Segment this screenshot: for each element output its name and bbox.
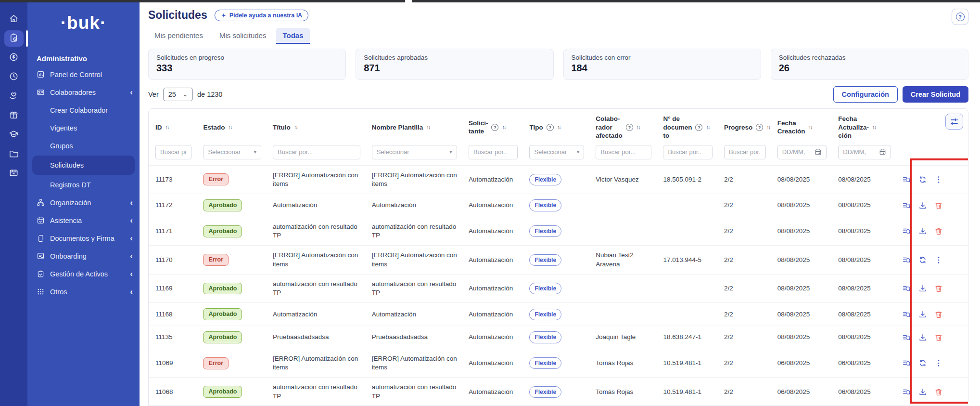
table-row[interactable]: 11171 Aprobado automatización con result…: [149, 217, 968, 245]
tab-mis-pendientes[interactable]: Mis pendientes: [148, 28, 209, 44]
sidebar-item-vigentes[interactable]: Vigentes: [27, 119, 140, 137]
download-icon[interactable]: [918, 333, 927, 342]
rail-item-training[interactable]: [4, 127, 24, 143]
help-icon[interactable]: ?: [626, 124, 633, 131]
kebab-menu-icon[interactable]: [934, 256, 943, 264]
filter-titulo-input[interactable]: [273, 145, 360, 159]
filter-tipo-select[interactable]: Seleccionar▾: [529, 145, 584, 159]
chevron-collapse-icon[interactable]: ‹: [130, 252, 133, 260]
sidebar-item-gestion-de-activos[interactable]: Gestión de Activos ‹: [27, 265, 140, 283]
sidebar-item-otros[interactable]: Otros ‹: [27, 283, 140, 301]
sort-icon[interactable]: ↑↓: [636, 124, 640, 130]
refresh-icon[interactable]: [918, 175, 927, 184]
search-list-icon[interactable]: [903, 284, 911, 293]
filter-colaborador-input[interactable]: [596, 145, 651, 159]
sort-icon[interactable]: ↑↓: [165, 124, 169, 130]
sidebar-item-asistencia[interactable]: Asistencia ‹: [27, 211, 140, 229]
tab-mis-solicitudes[interactable]: Mis solicitudes: [213, 28, 273, 44]
sort-icon[interactable]: ↑↓: [872, 124, 876, 130]
help-button[interactable]: ?: [952, 9, 968, 25]
filter-fecha-creacion-input[interactable]: DD/MM,: [777, 145, 827, 159]
sort-icon[interactable]: ↑↓: [426, 124, 430, 130]
search-list-icon[interactable]: [903, 201, 911, 210]
configuracion-button[interactable]: Configuración: [833, 86, 898, 103]
chevron-collapse-icon[interactable]: ‹: [130, 88, 133, 96]
sort-icon[interactable]: ↑↓: [502, 124, 505, 130]
sidebar-item-onboarding[interactable]: Onboarding ‹: [27, 247, 140, 265]
trash-icon[interactable]: [934, 388, 943, 396]
table-row[interactable]: 11135 Aprobado Pruebaasdadsadsa Pruebaas…: [149, 326, 968, 349]
sidebar-item-organizacion[interactable]: Organización ‹: [27, 194, 140, 211]
trash-icon[interactable]: [934, 310, 943, 319]
help-icon[interactable]: ?: [547, 124, 554, 131]
page-size-select[interactable]: 25 ⌄: [163, 88, 193, 101]
filter-id-input[interactable]: [155, 145, 191, 159]
chevron-collapse-icon[interactable]: ‹: [130, 234, 133, 242]
help-icon[interactable]: ?: [695, 124, 702, 131]
help-icon[interactable]: ?: [491, 124, 498, 131]
sidebar-item-crear-colaborador[interactable]: Crear Colaborador: [27, 101, 140, 119]
table-row[interactable]: 11168 Aprobado Automatización Automatiza…: [149, 303, 968, 326]
crear-solicitud-button[interactable]: Crear Solicitud: [903, 86, 968, 103]
download-icon[interactable]: [918, 310, 927, 319]
sort-icon[interactable]: ↑↓: [766, 124, 770, 130]
trash-icon[interactable]: [934, 284, 943, 293]
sort-icon[interactable]: ↑↓: [557, 124, 560, 130]
help-icon[interactable]: ?: [756, 124, 763, 131]
search-list-icon[interactable]: [903, 310, 911, 319]
sidebar-item-colaboradores[interactable]: Colaboradores ‹: [27, 83, 140, 101]
table-row[interactable]: 11169 Aprobado automatización con result…: [149, 274, 968, 302]
sort-icon[interactable]: ↑↓: [228, 124, 231, 130]
search-list-icon[interactable]: [903, 256, 911, 264]
kebab-menu-icon[interactable]: [934, 359, 943, 367]
download-icon[interactable]: [918, 227, 927, 236]
search-list-icon[interactable]: [903, 333, 911, 342]
rail-item-payments[interactable]: [4, 50, 24, 66]
download-icon[interactable]: [918, 201, 927, 210]
tab-todas[interactable]: Todas: [276, 28, 309, 44]
trash-icon[interactable]: [934, 227, 943, 236]
search-list-icon[interactable]: [903, 388, 911, 396]
rail-item-time[interactable]: [4, 69, 24, 85]
sidebar-item-registros-dt[interactable]: Registros DT: [27, 176, 140, 194]
search-list-icon[interactable]: [903, 175, 911, 184]
download-icon[interactable]: [918, 284, 927, 293]
chevron-collapse-icon[interactable]: ‹: [130, 270, 133, 278]
chevron-collapse-icon[interactable]: ‹: [130, 288, 133, 296]
trash-icon[interactable]: [934, 201, 943, 210]
sort-icon[interactable]: ↑↓: [706, 124, 709, 130]
filter-estado-select[interactable]: Seleccionar▾: [203, 145, 261, 159]
sidebar-item-panel-de-control[interactable]: Panel de Control: [27, 65, 140, 83]
column-settings-button[interactable]: [945, 114, 963, 130]
rail-item-files[interactable]: [4, 146, 24, 162]
search-list-icon[interactable]: [903, 227, 911, 236]
chevron-collapse-icon[interactable]: ‹: [130, 198, 133, 207]
rail-item-solicitudes[interactable]: [4, 30, 24, 47]
filter-progreso-input[interactable]: [724, 145, 766, 159]
sidebar-item-solicitudes[interactable]: Solicitudes: [32, 156, 135, 175]
rail-item-company[interactable]: [4, 165, 24, 182]
ai-help-button[interactable]: Pídele ayuda a nuestra IA: [215, 10, 308, 21]
sidebar-item-documentos-y-firma[interactable]: Documentos y Firma ‹: [27, 229, 140, 247]
filter-plantilla-select[interactable]: Seleccionar▾: [372, 145, 457, 159]
filter-fecha-actualizacion-input[interactable]: DD/MM,: [838, 145, 891, 159]
refresh-icon[interactable]: [918, 359, 927, 367]
table-row[interactable]: 11170 Error [ERROR] Automatización con i…: [149, 246, 968, 274]
sort-icon[interactable]: ↑↓: [809, 124, 812, 130]
kebab-menu-icon[interactable]: [934, 175, 943, 184]
rail-item-benefits[interactable]: [4, 107, 24, 124]
filter-documento-input[interactable]: [663, 145, 713, 159]
sidebar-item-grupos[interactable]: Grupos: [27, 137, 140, 155]
rail-item-wellness[interactable]: [4, 88, 24, 105]
filter-solicitante-input[interactable]: [469, 145, 518, 159]
sort-icon[interactable]: ↑↓: [294, 124, 297, 130]
download-icon[interactable]: [918, 388, 927, 396]
search-list-icon[interactable]: [903, 359, 911, 367]
refresh-icon[interactable]: [918, 256, 927, 264]
table-row[interactable]: 11173 Error [ERROR] Automatización con i…: [149, 165, 968, 194]
trash-icon[interactable]: [934, 333, 943, 342]
table-row[interactable]: 11068 Aprobado automatización con result…: [149, 378, 968, 406]
chevron-collapse-icon[interactable]: ‹: [130, 216, 133, 224]
table-row[interactable]: 11069 Error [ERROR] Automatización con i…: [149, 349, 968, 378]
rail-item-home[interactable]: [4, 11, 24, 27]
